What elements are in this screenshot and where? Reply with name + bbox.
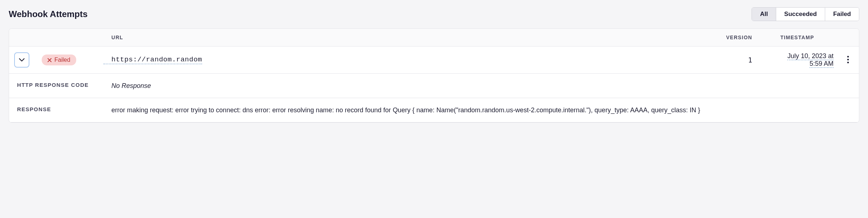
version-value: 1	[707, 56, 757, 64]
svg-point-2	[847, 61, 849, 63]
svg-point-1	[847, 58, 849, 60]
detail-value-response: error making request: error trying to co…	[111, 105, 851, 115]
url-value[interactable]: https://random.random	[103, 56, 202, 64]
detail-label-http-code: HTTP RESPONSE CODE	[17, 81, 111, 90]
column-header-url: URL	[103, 35, 707, 40]
kebab-icon	[847, 56, 849, 64]
page-title: Webhook Attempts	[9, 9, 87, 19]
expand-button[interactable]	[14, 52, 29, 68]
table-row: Failed https://random.random 1 July 10, …	[9, 47, 859, 74]
chevron-down-icon	[19, 58, 25, 62]
filter-failed[interactable]: Failed	[825, 8, 859, 21]
status-badge: Failed	[42, 54, 76, 65]
detail-http-response-code: HTTP RESPONSE CODE No Response	[9, 74, 859, 98]
detail-label-response: RESPONSE	[17, 105, 111, 115]
filter-all[interactable]: All	[752, 8, 776, 21]
detail-value-http-code: No Response	[111, 81, 851, 90]
column-header-timestamp: TIMESTAMP	[757, 35, 837, 40]
page-header: Webhook Attempts All Succeeded Failed	[9, 7, 859, 21]
filter-succeeded[interactable]: Succeeded	[776, 8, 825, 21]
detail-response: RESPONSE error making request: error try…	[9, 98, 859, 122]
table-header: URL VERSION TIMESTAMP	[9, 29, 859, 47]
filter-group: All Succeeded Failed	[752, 7, 859, 21]
column-header-version: VERSION	[707, 35, 757, 40]
row-menu-button[interactable]	[844, 53, 852, 68]
status-label: Failed	[54, 57, 70, 63]
x-icon	[48, 58, 52, 62]
svg-point-0	[847, 56, 849, 57]
timestamp-value: July 10, 2023 at 5:59 AM	[757, 52, 837, 68]
attempts-table: URL VERSION TIMESTAMP Failed https://ran…	[9, 28, 859, 123]
